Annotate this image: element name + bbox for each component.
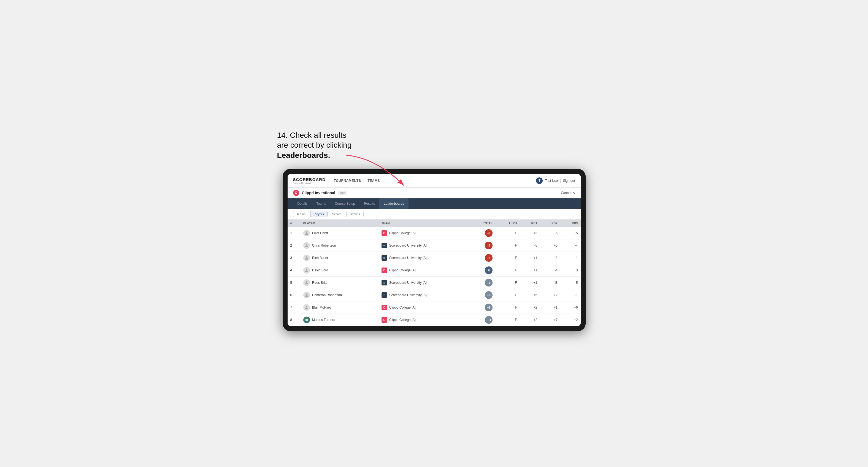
cell-player: Cameron Robertson (301, 289, 379, 302)
col-total: TOTAL (469, 220, 495, 227)
table-row: 3 Rich Butler ≡ Scoreboard University [A… (287, 252, 581, 264)
signout-link[interactable]: Sign out (563, 179, 575, 183)
team-logo-icon: ≡ (381, 243, 387, 248)
col-rd3: RD3 (560, 220, 581, 227)
cell-rank: 4 (287, 264, 301, 277)
rd2-value: +1 (554, 306, 558, 309)
total-badge: -4 (485, 242, 493, 249)
rd1-value: +2 (534, 318, 537, 322)
nav-links: TOURNAMENTS TEAMS (334, 178, 536, 184)
nav-tournaments[interactable]: TOURNAMENTS (334, 178, 361, 184)
cell-rd1: +2 (520, 302, 540, 314)
team-name: Clippd College [A] (389, 318, 416, 322)
player-cell: MT Marcus Turners (303, 317, 376, 323)
team-logo-icon: ≡ (381, 255, 387, 261)
cancel-label: Cancel (561, 191, 571, 195)
cell-rank: 3 (287, 252, 301, 264)
col-rank: # (287, 220, 301, 227)
app-header: SCOREBOARD Powered by clippd TOURNAMENTS… (287, 174, 581, 188)
cell-rd1: +3 (520, 227, 540, 240)
svg-point-6 (306, 293, 307, 295)
player-avatar (303, 267, 310, 274)
tab-details[interactable]: Details (293, 198, 312, 209)
cell-rank: 1 (287, 227, 301, 240)
tab-course-setup[interactable]: Course Setup (331, 198, 360, 209)
total-badge: +6 (485, 291, 493, 299)
cell-thru: F (495, 314, 520, 326)
team-logo-icon: ≡ (381, 292, 387, 298)
col-thru: THRU (495, 220, 520, 227)
cancel-button[interactable]: Cancel ✕ (561, 191, 575, 195)
cell-total: -8 (469, 227, 495, 240)
cell-rd2: -4 (540, 264, 560, 277)
filter-players[interactable]: Players (310, 211, 328, 217)
cell-rd1: +1 (520, 252, 540, 264)
tab-results[interactable]: Results (360, 198, 379, 209)
cancel-icon: ✕ (572, 191, 575, 195)
rd1-value: -5 (534, 244, 537, 247)
tab-bar: Details Teams Course Setup Results Leade… (287, 198, 581, 209)
cell-thru: F (495, 252, 520, 264)
tablet-screen: SCOREBOARD Powered by clippd TOURNAMENTS… (287, 174, 581, 326)
rd3-value: +2 (574, 318, 578, 322)
instruction-line2: are correct by clicking (277, 141, 352, 149)
table-row: 6 Cameron Robertson ≡ Scoreboard Univers… (287, 289, 581, 302)
player-name: Cameron Robertson (312, 293, 342, 297)
cell-thru: F (495, 302, 520, 314)
thru-value: F (515, 293, 517, 297)
team-name: Clippd College [A] (389, 306, 416, 309)
player-name: Chris Robertson (312, 244, 336, 247)
filter-strokes[interactable]: Strokes (346, 211, 364, 217)
col-rd2: RD2 (540, 220, 560, 227)
player-avatar (303, 242, 310, 249)
cell-rd3: -5 (560, 227, 581, 240)
cell-team: ≡ Scoreboard University [A] (379, 252, 469, 264)
player-cell: Rich Butler (303, 255, 376, 261)
cell-total: +11 (469, 314, 495, 326)
cell-total: E (469, 264, 495, 277)
rd1-value: +5 (534, 293, 537, 297)
tournament-title: C Clippd Invitational Men (293, 190, 347, 196)
player-name: Rich Butler (312, 256, 328, 260)
cell-rd1: -5 (520, 240, 540, 252)
tournament-category: Men (338, 191, 347, 195)
player-name: Rees Britt (312, 281, 327, 285)
filter-scores[interactable]: Scores (329, 211, 345, 217)
cell-rd3: +6 (560, 302, 581, 314)
total-badge: +1 (485, 279, 493, 286)
rd3-value: +3 (574, 268, 578, 272)
rd3-value: +6 (574, 306, 578, 309)
team-cell: C Clippd College [A] (381, 305, 466, 310)
cell-rd2: E (540, 277, 560, 289)
player-name: Elliot Ebert (312, 231, 328, 235)
filter-teams[interactable]: Teams (293, 211, 309, 217)
rd1-value: +1 (534, 281, 537, 285)
tournament-icon: C (293, 190, 299, 196)
tournament-header: C Clippd Invitational Men Cancel ✕ (287, 188, 581, 198)
rd1-value: +1 (534, 268, 537, 272)
table-row: 1 Elliot Ebert C Clippd College [A] -8 F (287, 227, 581, 240)
user-avatar: T (536, 178, 543, 184)
team-cell: ≡ Scoreboard University [A] (381, 255, 466, 261)
nav-teams[interactable]: TEAMS (368, 178, 380, 184)
cell-total: -2 (469, 252, 495, 264)
rd1-value: +2 (534, 306, 537, 309)
cell-rank: 6 (287, 289, 301, 302)
header-right: T Test User | Sign out (536, 178, 575, 184)
team-name: Scoreboard University [A] (389, 281, 427, 285)
cell-thru: F (495, 227, 520, 240)
rd2-value: E (555, 281, 558, 285)
player-name: Blair McHarg (312, 306, 331, 309)
player-cell: Rees Britt (303, 279, 376, 286)
svg-point-7 (306, 306, 307, 308)
player-cell: Elliot Ebert (303, 230, 376, 237)
team-logo-icon: C (381, 268, 387, 273)
cell-team: C Clippd College [A] (379, 264, 469, 277)
tab-teams[interactable]: Teams (312, 198, 330, 209)
team-cell: C Clippd College [A] (381, 268, 466, 273)
player-cell: Blair McHarg (303, 304, 376, 311)
rd3-value: -1 (575, 256, 578, 260)
col-team: TEAM (379, 220, 469, 227)
instruction-line3: Leaderboards. (277, 151, 330, 159)
tab-leaderboards[interactable]: Leaderboards (379, 198, 408, 209)
